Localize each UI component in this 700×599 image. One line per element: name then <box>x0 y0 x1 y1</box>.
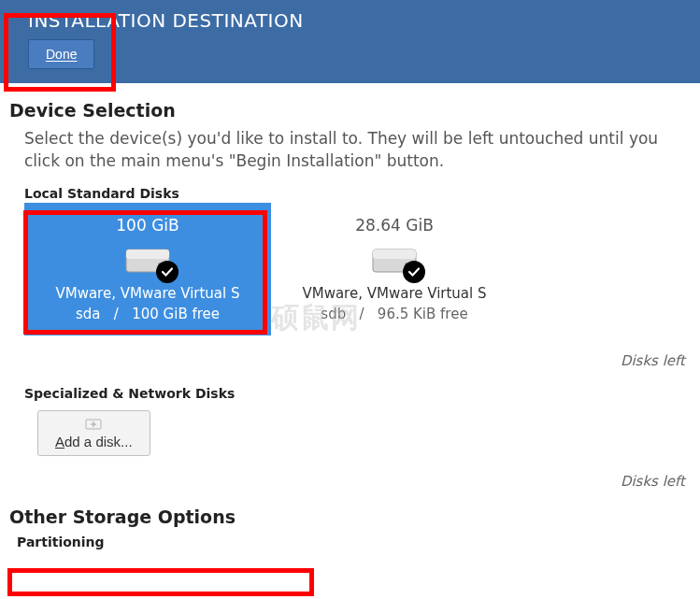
disk-sep: / <box>359 306 364 322</box>
specialized-disks-label: Specialized & Network Disks <box>24 386 693 401</box>
disk-name: VMware, VMware Virtual S <box>271 285 518 302</box>
disk-card-sdb[interactable]: 28.64 GiB VMware, VMware Virtual S sdb /… <box>271 203 518 335</box>
disk-card-sda[interactable]: 100 GiB VMware, VMware Virtual S sda / 1… <box>24 203 271 335</box>
disk-sep: / <box>114 306 119 322</box>
local-disks-label: Local Standard Disks <box>24 186 693 201</box>
disk-icon-wrap <box>371 242 418 279</box>
content-area: Device Selection Select the device(s) yo… <box>0 83 700 549</box>
disk-size: 28.64 GiB <box>271 216 518 235</box>
add-disk-button[interactable]: Add a disk... <box>37 410 150 456</box>
add-disk-label: Add a disk... <box>55 434 133 449</box>
local-disks-footer: Disks left <box>7 352 693 369</box>
annotation-highlight-partitioning <box>7 568 314 596</box>
disk-name: VMware, VMware Virtual S <box>24 285 271 302</box>
disk-free: 100 GiB free <box>132 306 220 322</box>
other-storage-title: Other Storage Options <box>7 506 693 527</box>
disk-subinfo: sda / 100 GiB free <box>24 306 271 322</box>
disk-size: 100 GiB <box>24 216 271 235</box>
checkmark-icon <box>403 261 425 283</box>
installer-header: INSTALLATION DESTINATION Done <box>0 0 700 83</box>
device-selection-title: Device Selection <box>7 100 693 121</box>
specialized-disks-footer: Disks left <box>7 473 693 490</box>
checkmark-icon <box>156 261 179 283</box>
local-disks-row: 100 GiB VMware, VMware Virtual S sda / 1… <box>24 203 676 335</box>
svg-rect-1 <box>126 250 169 259</box>
partitioning-label: Partitioning <box>17 535 693 549</box>
disk-device: sda <box>76 306 101 322</box>
done-button[interactable]: Done <box>28 39 94 69</box>
device-selection-description: Select the device(s) you'd like to insta… <box>24 128 693 173</box>
disk-subinfo: sdb / 96.5 KiB free <box>271 306 518 322</box>
disk-free: 96.5 KiB free <box>378 306 468 322</box>
page-title: INSTALLATION DESTINATION <box>28 9 672 32</box>
svg-rect-4 <box>373 250 416 259</box>
add-disk-icon <box>85 417 102 430</box>
disk-device: sdb <box>321 306 346 322</box>
disk-icon-wrap <box>124 242 171 279</box>
